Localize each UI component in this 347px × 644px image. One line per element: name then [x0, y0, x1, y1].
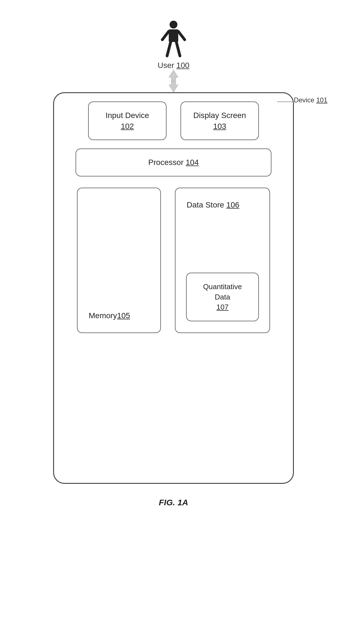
- data-store-box: Data Store 106 Quantitative Data 107: [175, 188, 270, 333]
- svg-line-2: [162, 31, 169, 40]
- user-icon: [161, 20, 186, 59]
- user-label: User 100: [158, 61, 189, 70]
- processor-box: Processor 104: [76, 148, 271, 176]
- display-screen-box: Display Screen 103: [180, 102, 259, 140]
- user-device-arrow: [165, 70, 182, 92]
- user-section: User 100: [158, 20, 189, 70]
- svg-line-4: [167, 42, 171, 56]
- svg-line-3: [178, 31, 185, 40]
- device-101-container: Input Device 102 Display Screen 103 Proc…: [53, 92, 294, 484]
- svg-line-5: [176, 42, 180, 56]
- input-device-box: Input Device 102: [88, 102, 167, 140]
- page-container: User 100 Device 101 Input Device 102: [48, 11, 299, 507]
- figure-label: FIG. 1A: [159, 498, 188, 507]
- device-callout: Device 101: [294, 96, 327, 104]
- svg-marker-7: [169, 81, 178, 92]
- svg-point-0: [170, 21, 177, 29]
- data-store-label: Data Store 106: [187, 199, 239, 210]
- svg-rect-1: [169, 29, 178, 42]
- device-wrapper: Device 101 Input Device 102 Display Scre…: [53, 92, 294, 484]
- bottom-component-row: Memory 105 Data Store 106 Quantitative D…: [65, 188, 282, 333]
- memory-box: Memory 105: [77, 188, 161, 333]
- quantitative-data-box: Quantitative Data 107: [186, 273, 259, 321]
- svg-marker-6: [169, 70, 178, 81]
- top-component-row: Input Device 102 Display Screen 103: [65, 102, 282, 140]
